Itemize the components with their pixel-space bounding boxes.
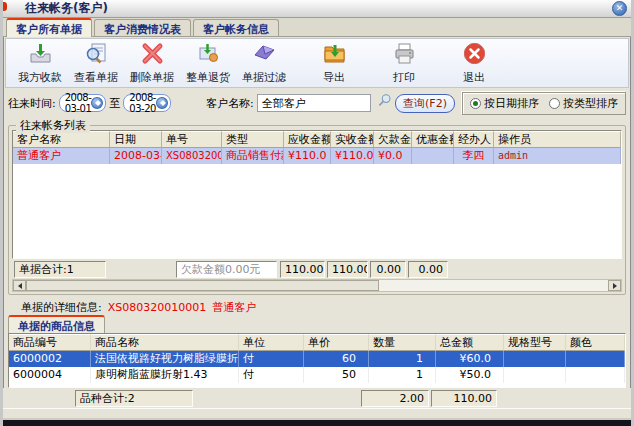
search-icon[interactable] xyxy=(377,93,392,113)
table-row-selected[interactable]: 普通客户 2008-03-20 XS080320010001 商品销售付款 ¥1… xyxy=(13,148,621,164)
products-table: 商品编号 商品名称 单位 单价 数量 总金额 规格型号 颜色 6000002 法… xyxy=(8,333,626,388)
customer-name-label: 客户名称: xyxy=(206,96,254,111)
tab-customer-account-info[interactable]: 客户帐务信息 xyxy=(193,19,279,36)
total-quantity: 2.00 xyxy=(361,390,429,407)
accounts-header-row: 客户名称 日期 单号 类型 应收金额 实收金额 欠款金额 优惠金额 经办人 操作… xyxy=(13,131,621,148)
col-header[interactable]: 单价 xyxy=(304,334,369,351)
cell-amount: ¥60.0 xyxy=(436,351,504,367)
sort-options-group: 按日期排序 按类型排序 xyxy=(462,92,626,115)
cell-spec xyxy=(504,367,566,383)
receive-payment-button[interactable]: 我方收款 xyxy=(12,41,68,86)
print-icon xyxy=(392,41,417,69)
query-button[interactable]: 查询(F2) xyxy=(395,94,455,113)
filter-bar: 往来时间: 2008-03-01 至 2008-03-20 客户名称: 查询(F… xyxy=(3,89,631,117)
col-header[interactable]: 客户名称 xyxy=(13,131,110,148)
col-header[interactable]: 操作员 xyxy=(494,131,621,148)
col-header[interactable]: 商品名称 xyxy=(91,334,239,351)
doc-count-total: 单据合计:1 xyxy=(14,261,106,278)
toolbar-label: 我方收款 xyxy=(18,70,62,85)
accounts-group-title: 往来帐务列表 xyxy=(16,118,90,133)
col-header[interactable]: 实收金额 xyxy=(331,131,374,148)
cell-color xyxy=(566,351,625,367)
col-header[interactable]: 经办人 xyxy=(454,131,494,148)
print-button[interactable]: 打印 xyxy=(376,41,432,86)
col-header[interactable]: 颜色 xyxy=(566,334,625,351)
export-button[interactable]: 导出 xyxy=(306,41,362,86)
cell-product-code: 6000002 xyxy=(9,351,91,367)
tab-document-products[interactable]: 单据的商品信息 xyxy=(8,315,105,334)
cell-quantity: 1 xyxy=(369,367,436,383)
toolbar-label: 打印 xyxy=(393,70,415,85)
sort-by-date-radio[interactable]: 按日期排序 xyxy=(470,96,539,111)
scrollbar-thumb[interactable] xyxy=(26,280,379,291)
toolbar-label: 删除单据 xyxy=(130,70,174,85)
table-row[interactable]: 6000004 康明树脂蓝膜折射1.43 付 50 1 ¥50.0 xyxy=(9,367,625,383)
col-header[interactable]: 商品编号 xyxy=(9,334,91,351)
cell-date: 2008-03-20 xyxy=(110,148,162,164)
delete-document-button[interactable]: 删除单据 xyxy=(124,41,180,86)
toolbar-label: 导出 xyxy=(323,70,345,85)
col-header[interactable]: 单位 xyxy=(239,334,304,351)
accounts-summary-strip: 单据合计:1 欠款金额0.00元 110.00 110.00 0.00 0.00 xyxy=(9,259,625,279)
col-header[interactable]: 欠款金额 xyxy=(374,131,412,148)
exit-icon xyxy=(462,41,487,69)
view-document-button[interactable]: 查看单据 xyxy=(68,41,124,86)
cell-customer: 普通客户 xyxy=(13,148,110,164)
scroll-left-arrow-icon[interactable] xyxy=(13,280,26,291)
col-header[interactable]: 应收金额 xyxy=(284,131,331,148)
scrollbar-trough[interactable] xyxy=(379,280,608,291)
toolbar-label: 整单退货 xyxy=(186,70,230,85)
cell-received: ¥110.0 xyxy=(331,148,374,164)
accounts-table: 客户名称 日期 单号 类型 应收金额 实收金额 欠款金额 优惠金额 经办人 操作… xyxy=(12,130,622,259)
col-header[interactable]: 规格型号 xyxy=(504,334,566,351)
delete-document-icon xyxy=(140,41,165,69)
radio-dot-icon xyxy=(549,98,560,109)
filter-documents-button[interactable]: 单据过滤 xyxy=(236,41,292,86)
total-receivable: 110.00 xyxy=(280,261,325,278)
receive-payment-icon xyxy=(28,41,53,69)
debt-amount-text: 欠款金额0.00元 xyxy=(176,261,277,278)
date-spinner-icon[interactable] xyxy=(91,97,103,109)
col-header[interactable]: 单号 xyxy=(162,131,222,148)
sort-by-type-radio[interactable]: 按类型排序 xyxy=(549,96,618,111)
tab-customer-documents[interactable]: 客户所有单据 xyxy=(6,18,92,37)
cell-unit: 付 xyxy=(239,351,304,367)
skin-decoration xyxy=(0,2,7,11)
cell-doc-no: XS080320010001 xyxy=(162,148,222,164)
cell-owed: ¥0.0 xyxy=(374,148,412,164)
window-bottom-edge xyxy=(3,408,631,420)
col-header[interactable]: 日期 xyxy=(110,131,162,148)
export-icon xyxy=(322,41,347,69)
toolbar-label: 退出 xyxy=(463,70,485,85)
products-table-empty-area xyxy=(9,383,625,387)
document-detail-row: 单据的详细信息: XS080320010001 普通客户 xyxy=(3,299,631,316)
date-from-field[interactable]: 2008-03-01 xyxy=(59,94,107,112)
col-header[interactable]: 类型 xyxy=(222,131,284,148)
total-amount: 110.00 xyxy=(431,390,497,407)
date-to-value: 2008-03-20 xyxy=(129,92,156,114)
col-header[interactable]: 数量 xyxy=(369,334,436,351)
close-button[interactable]: ✕ xyxy=(612,1,627,16)
horizontal-scrollbar[interactable] xyxy=(12,279,622,292)
date-from-value: 2008-03-01 xyxy=(65,92,92,114)
date-spinner-icon[interactable] xyxy=(156,97,168,109)
tab-customer-consumption[interactable]: 客户消费情况表 xyxy=(94,19,191,36)
col-header[interactable]: 优惠金额 xyxy=(412,131,454,148)
total-discount: 0.00 xyxy=(408,261,448,278)
cell-color xyxy=(566,367,625,383)
window-shadow-band xyxy=(3,420,631,426)
col-header[interactable]: 总金额 xyxy=(436,334,504,351)
scroll-right-arrow-icon[interactable] xyxy=(608,280,621,291)
exit-button[interactable]: 退出 xyxy=(446,41,502,86)
customer-name-input[interactable] xyxy=(257,94,371,112)
date-to-field[interactable]: 2008-03-20 xyxy=(123,94,171,112)
cell-product-name: 法国依视路好视力树脂绿膜折射1.5 xyxy=(91,351,239,367)
time-range-label: 往来时间: xyxy=(8,96,56,111)
return-goods-button[interactable]: 整单退货 xyxy=(180,41,236,86)
table-row-selected[interactable]: 6000002 法国依视路好视力树脂绿膜折射1.5 付 60 1 ¥60.0 xyxy=(9,351,625,367)
detail-customer: 普通客户 xyxy=(212,300,256,315)
cell-type: 商品销售付款 xyxy=(222,148,284,164)
cell-unit: 付 xyxy=(239,367,304,383)
cell-spec xyxy=(504,351,566,367)
toolbar-label: 查看单据 xyxy=(74,70,118,85)
